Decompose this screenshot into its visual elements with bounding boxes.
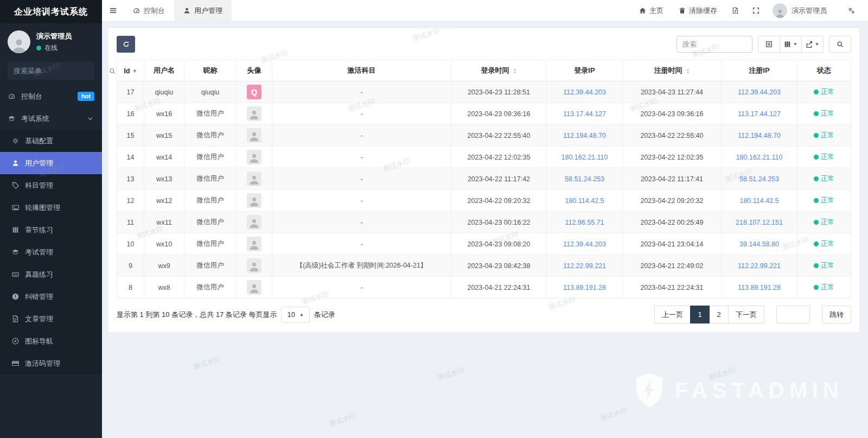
user-panel[interactable]: 演示管理员 在线 <box>0 23 102 59</box>
login-ip-link[interactable]: 112.194.48.70 <box>563 132 606 139</box>
login-ip-link[interactable]: 112.22.99.221 <box>563 262 606 270</box>
jump-page-input[interactable] <box>776 306 810 323</box>
reg-ip-link[interactable]: 112.194.48.70 <box>738 132 781 139</box>
clear-cache-link[interactable]: 清除缓存 <box>672 0 724 22</box>
column-header[interactable]: Id▼ <box>117 60 144 81</box>
column-header: 状态 <box>797 60 851 81</box>
tab-console[interactable]: 控制台 <box>124 0 174 21</box>
person-icon <box>249 261 259 273</box>
cell-id: 14 <box>117 147 144 168</box>
login-ip-link[interactable]: 113.89.191.28 <box>563 284 606 291</box>
sidebar-item-label: 考试管理 <box>25 247 53 257</box>
main-area: 控制台 用户管理 主页 清除缓存 演示管理员 <box>102 0 868 438</box>
page-button-2[interactable]: 2 <box>709 306 729 323</box>
page-size-select[interactable]: 10 ▲ <box>281 307 309 323</box>
login-ip-link[interactable]: 112.96.55.71 <box>565 219 604 226</box>
cell-id: 17 <box>117 81 144 103</box>
column-label: 注册IP <box>749 66 769 74</box>
user-avatar <box>247 128 261 143</box>
refresh-button[interactable] <box>117 36 135 53</box>
reg-ip-link[interactable]: 58.51.24.253 <box>739 175 779 183</box>
login-ip-link[interactable]: 112.39.44.203 <box>563 240 606 248</box>
sidebar-item-user-management[interactable]: 用户管理 <box>0 152 102 174</box>
fastadmin-watermark: FASTADMIN <box>634 372 844 408</box>
login-ip-link[interactable]: 180.114.42.5 <box>565 197 604 205</box>
column-label: 昵称 <box>203 66 218 74</box>
sidebar-item-label: 轮播图管理 <box>25 203 60 213</box>
reg-ip-link[interactable]: 113.89.191.28 <box>738 284 781 291</box>
sidebar-item-article-management[interactable]: 文章管理 <box>0 308 102 330</box>
cell-username: wx9 <box>144 255 184 277</box>
sidebar-item-dashboard[interactable]: 控制台 hot <box>0 85 102 107</box>
table-row: 9 wx9 微信用户 【(高级)社会工作者 到期时间:2026-04-21】 2… <box>117 255 851 277</box>
language-button[interactable] <box>726 0 744 22</box>
reg-ip-link[interactable]: 113.17.44.127 <box>738 110 781 118</box>
user-menu[interactable]: 演示管理员 <box>767 3 832 18</box>
cell-reg-time: 2023-04-22 09:20:32 <box>623 190 722 212</box>
cell-reg-time: 2023-04-22 22:55:40 <box>623 125 722 147</box>
grid-icon <box>11 226 20 233</box>
dashboard-icon <box>133 7 140 14</box>
menu-search[interactable] <box>8 62 94 80</box>
export-button[interactable]: ▼ <box>801 36 824 53</box>
search-icon <box>109 68 116 74</box>
login-ip-link[interactable]: 180.162.21.110 <box>561 154 608 161</box>
user-avatar <box>247 106 261 121</box>
login-ip-link[interactable]: 113.17.44.127 <box>563 110 606 118</box>
sidebar-item-chapter-practice[interactable]: 章节练习 <box>0 219 102 241</box>
columns-button[interactable]: ▼ <box>780 36 802 53</box>
sidebar-item-real-question-practice[interactable]: 真题练习 <box>0 263 102 285</box>
view-button-group: ▼ ▼ <box>758 36 824 53</box>
settings-button[interactable] <box>842 0 860 22</box>
home-link[interactable]: 主页 <box>633 0 670 22</box>
toggle-view-button[interactable] <box>758 36 780 53</box>
cell-id: 12 <box>117 190 144 212</box>
reg-ip-link[interactable]: 218.107.12.151 <box>736 219 783 226</box>
login-ip-link[interactable]: 58.51.24.253 <box>565 175 604 183</box>
search-icon <box>837 41 844 48</box>
sidebar-item-basic-config[interactable]: 基础配置 <box>0 130 102 152</box>
cell-subject: - <box>272 277 451 299</box>
sidebar-item-exam-system[interactable]: 考试系统 <box>0 107 102 130</box>
reg-ip-link[interactable]: 112.22.99.221 <box>738 262 781 270</box>
trash-icon <box>679 7 686 14</box>
sidebar-item-label: 控制台 <box>21 92 42 101</box>
status-dot-icon <box>814 242 819 246</box>
page-button-1[interactable]: 1 <box>690 306 710 323</box>
sidebar-item-exam-management[interactable]: 考试管理 <box>0 241 102 263</box>
person-icon <box>249 131 259 143</box>
sidebar-item-label: 科目管理 <box>25 181 53 191</box>
sidebar-item-icon-nav[interactable]: 图标导航 <box>0 330 102 352</box>
reg-ip-link[interactable]: 180.114.42.5 <box>739 197 778 205</box>
cell-reg-time: 2023-04-21 22:49:02 <box>623 255 722 277</box>
fullscreen-button[interactable] <box>746 0 765 22</box>
column-header[interactable]: 注册时间▲▼ <box>623 60 722 81</box>
column-header: 登录IP <box>547 60 623 81</box>
next-page-button[interactable]: 下一页 <box>728 306 764 323</box>
cell-nickname: 微信用户 <box>184 168 237 190</box>
column-header[interactable]: 登录时间▲▼ <box>451 60 547 81</box>
reg-ip-link[interactable]: 112.39.44.203 <box>738 88 781 96</box>
search-submit-button[interactable] <box>829 36 851 53</box>
prev-page-button[interactable]: 上一页 <box>654 306 691 323</box>
tab-user-management[interactable]: 用户管理 <box>174 0 232 21</box>
login-ip-link[interactable]: 112.39.44.203 <box>563 88 606 96</box>
table-search-input[interactable] <box>676 36 752 53</box>
sidebar-item-activation-code[interactable]: 激活码管理 <box>0 352 102 374</box>
keyboard-icon <box>11 271 20 278</box>
reg-ip-link[interactable]: 180.162.21.110 <box>736 154 783 161</box>
image-icon <box>11 204 20 211</box>
column-label: Id <box>124 67 130 75</box>
avatar <box>8 30 30 53</box>
exclamation-icon <box>11 293 20 300</box>
jump-button[interactable]: 跳转 <box>822 306 851 323</box>
sidebar-item-banner-management[interactable]: 轮播图管理 <box>0 196 102 219</box>
cell-username: qiuqiu <box>144 81 184 103</box>
reg-ip-link[interactable]: 39.144.58.80 <box>739 240 779 248</box>
users-table: Id▼用户名昵称头像激活科目登录时间▲▼登录IP注册时间▲▼注册IP状态 17 … <box>117 60 851 299</box>
sidebar-toggle-button[interactable] <box>102 0 124 21</box>
sidebar-item-error-correction[interactable]: 纠错管理 <box>0 285 102 308</box>
sidebar-item-subject-management[interactable]: 科目管理 <box>0 174 102 196</box>
cell-id: 10 <box>117 233 144 255</box>
menu-search-input[interactable] <box>14 67 109 75</box>
